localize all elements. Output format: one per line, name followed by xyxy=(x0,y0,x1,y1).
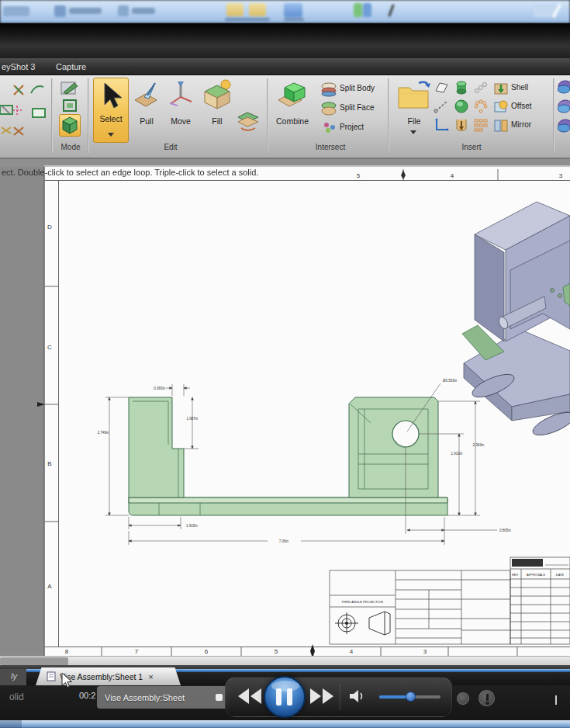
folder-labels xyxy=(225,18,270,21)
volume-icon[interactable] xyxy=(348,688,365,704)
solid-mode-button[interactable] xyxy=(59,114,81,137)
shell-label[interactable]: Shell xyxy=(511,83,528,92)
slash-icon xyxy=(388,4,395,17)
check-label xyxy=(132,8,155,14)
offset-label[interactable]: Offset xyxy=(511,102,532,110)
plane-icon[interactable] xyxy=(434,81,449,95)
status-text: olid xyxy=(9,692,24,702)
tab-vise-assembly-sheet1[interactable]: Vise Assembly:Sheet 1 × xyxy=(36,667,181,685)
clipboard-tools-icons[interactable] xyxy=(0,79,48,140)
dim-left-width: 1.915in xyxy=(186,524,198,528)
chain-icon[interactable] xyxy=(473,81,489,95)
zone-number-top: 4 xyxy=(451,172,454,179)
pull-icon[interactable] xyxy=(132,80,161,111)
menu-capture[interactable]: Capture xyxy=(56,62,86,71)
record2-icon xyxy=(363,3,371,17)
zone-number-bottom: 4 xyxy=(350,648,354,655)
file-icon[interactable] xyxy=(396,78,433,113)
group-label-intersect: Intersect xyxy=(306,143,354,151)
zone-number-bottom: 7 xyxy=(135,648,139,655)
assembly-icons-clipped[interactable] xyxy=(558,80,570,137)
manager-icon[interactable] xyxy=(3,6,29,16)
dim-notch-depth: 1.987in xyxy=(187,417,199,421)
bottom-window-edge xyxy=(0,720,570,728)
zone-number-bottom: 6 xyxy=(205,648,209,655)
tab-close-icon[interactable]: × xyxy=(148,672,153,681)
sphere-icon[interactable] xyxy=(454,99,469,114)
screen: Vise Assembly/Sheet 1 - DesignSpark eySh… xyxy=(0,0,570,728)
record-icon[interactable] xyxy=(354,3,362,17)
circular-pattern-icon[interactable] xyxy=(473,99,489,114)
project-icon[interactable] xyxy=(322,120,339,134)
captions-button[interactable] xyxy=(457,692,469,705)
volume-slider-track[interactable] xyxy=(379,695,440,699)
top-toolbar xyxy=(0,0,570,23)
sketch-mode-icon[interactable] xyxy=(60,80,81,97)
approvals-header: APPROVALS xyxy=(527,573,545,577)
mirror-icon[interactable] xyxy=(493,118,509,133)
split-body-icon[interactable] xyxy=(320,81,337,97)
zone-letter: C xyxy=(47,344,52,351)
zone-number-top: 3 xyxy=(559,172,563,179)
axis-icon[interactable] xyxy=(434,118,449,133)
zone-letter: B xyxy=(47,460,51,467)
replace-face-icon[interactable] xyxy=(235,106,261,134)
overlay-title: Vise Assembly:Sheet xyxy=(105,693,185,702)
scrollbar-thumb[interactable] xyxy=(0,657,68,665)
dim-overall-width: 7.06in xyxy=(279,539,289,543)
sketch-line-icon[interactable] xyxy=(434,99,449,113)
date-header: DATE xyxy=(556,573,565,577)
shell-icon[interactable] xyxy=(493,81,509,96)
cursor-arrow-icon xyxy=(105,83,122,108)
folder-icon[interactable] xyxy=(226,3,244,16)
tab-partial[interactable]: ly xyxy=(0,669,26,685)
well-icon[interactable] xyxy=(454,117,469,133)
player-right-tick xyxy=(555,695,557,705)
dim-hole-dia: Ø0.563in xyxy=(443,379,458,383)
folder2-icon[interactable] xyxy=(249,3,266,16)
select-button[interactable]: Select xyxy=(93,78,129,143)
menu-keyshot[interactable]: eyShot 3 xyxy=(2,62,35,71)
zone-number-bottom: 5 xyxy=(275,648,278,655)
section-mode-icon[interactable] xyxy=(61,98,80,113)
mirror-label[interactable]: Mirror xyxy=(511,120,531,129)
time-display: 00:2 xyxy=(79,691,95,700)
offset-icon[interactable] xyxy=(493,99,509,115)
isometric-view[interactable] xyxy=(462,202,570,440)
volume-slider-thumb[interactable] xyxy=(406,692,416,702)
project-label[interactable]: Project xyxy=(340,123,364,131)
dim-hole-height: 1.910in xyxy=(451,452,463,456)
player-controls xyxy=(225,677,452,717)
file-dropdown-arrow[interactable] xyxy=(410,130,416,134)
zone-number-top: 5 xyxy=(357,172,361,179)
third-angle-symbol xyxy=(335,612,390,635)
video-title-overlay: Vise Assembly:Sheet xyxy=(97,686,230,709)
group-label-mode: Mode xyxy=(54,143,87,151)
pull-label: Pull xyxy=(130,116,163,126)
split-face-icon[interactable] xyxy=(320,100,337,117)
sheet-graphics: D C B A 5 4 3 8 7 6 5 4 3 xyxy=(0,159,570,664)
capture-icon[interactable] xyxy=(284,3,302,17)
select-dropdown-arrow[interactable] xyxy=(108,133,114,137)
flash-icon[interactable] xyxy=(54,5,66,17)
pause-gloss xyxy=(271,681,299,692)
pause-button[interactable] xyxy=(264,676,306,718)
file-label: File xyxy=(400,116,428,126)
zone-letter: A xyxy=(47,583,52,590)
linear-pattern-icon[interactable] xyxy=(473,118,489,132)
combine-icon[interactable] xyxy=(274,78,311,114)
rewind-button[interactable] xyxy=(237,687,263,705)
move-icon[interactable] xyxy=(165,80,196,111)
split-face-label[interactable]: Split Face xyxy=(340,103,374,112)
sheet-center-marker-top xyxy=(401,170,406,179)
fast-forward-button[interactable] xyxy=(309,687,335,705)
front-view[interactable] xyxy=(129,397,447,515)
fill-icon[interactable] xyxy=(200,78,234,112)
cylinder-icon[interactable] xyxy=(454,80,469,95)
capture-label xyxy=(284,18,304,21)
horizontal-scrollbar[interactable] xyxy=(0,656,570,665)
split-body-label[interactable]: Split Body xyxy=(340,84,375,92)
info-button[interactable] xyxy=(478,690,495,706)
select-label: Select xyxy=(94,114,128,123)
check-icon[interactable] xyxy=(118,5,129,16)
